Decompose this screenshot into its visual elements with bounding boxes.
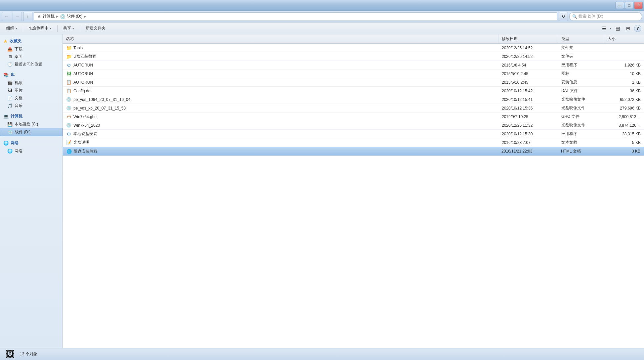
- sidebar-label-pictures: 图片: [15, 88, 22, 93]
- main-layout: ★ 收藏夹 📥 下载 🖥 桌面 🕐 最近访问的位置 📚 库 🎬: [0, 34, 644, 348]
- file-icon: 💿: [66, 123, 71, 128]
- file-row[interactable]: 💿 pe_yqs_xp_20_07_31_15_53 2020/10/12 15…: [63, 104, 644, 112]
- desktop-icon: 🖥: [7, 54, 13, 60]
- sidebar-item-network[interactable]: 🌐 网络: [0, 147, 63, 155]
- file-date-cell: 2015/5/10 2:45: [498, 71, 558, 76]
- file-date-cell: 2020/12/25 14:52: [498, 54, 558, 59]
- col-size[interactable]: 大小: [604, 34, 644, 43]
- file-row[interactable]: 🌐 硬盘安装教程 2016/11/21 22:03 HTML 文档 3 KB: [63, 147, 644, 156]
- documents-icon: 📄: [7, 96, 13, 101]
- window-controls: — □ ✕: [616, 2, 643, 9]
- file-date-cell: 2016/1/8 4:54: [498, 63, 558, 68]
- recent-icon: 🕐: [7, 62, 13, 67]
- file-row[interactable]: 💿 Win7x64_2020 2020/12/25 11:32 光盘映像文件 3…: [63, 121, 644, 130]
- file-icon: 📁: [66, 45, 71, 51]
- favorites-header-label: 收藏夹: [10, 38, 21, 44]
- file-type-cell: 光盘映像文件: [558, 105, 604, 111]
- video-icon: 🎬: [7, 80, 13, 86]
- organize-button[interactable]: 组织 ▾: [3, 24, 21, 33]
- file-date-cell: 2020/10/12 15:36: [498, 106, 558, 111]
- sidebar-label-music: 音乐: [15, 103, 22, 109]
- col-date[interactable]: 修改日期: [498, 34, 558, 43]
- pictures-icon: 🖼: [7, 88, 13, 93]
- file-row[interactable]: 📋 AUTORUN 2015/5/10 2:45 安装信息 1 KB: [63, 78, 644, 87]
- forward-button[interactable]: →: [13, 12, 22, 21]
- file-row[interactable]: 📁 Tools 2020/12/25 14:52 文件夹: [63, 44, 644, 52]
- file-icon: 💿: [66, 97, 71, 102]
- file-row[interactable]: 📋 Config.dat 2020/10/12 15:42 DAT 文件 36 …: [63, 87, 644, 95]
- new-folder-button[interactable]: 新建文件夹: [82, 24, 109, 33]
- close-button[interactable]: ✕: [634, 2, 643, 9]
- sidebar-label-cdrive: 本地磁盘 (C:): [15, 121, 38, 127]
- sidebar-item-video[interactable]: 🎬 视频: [0, 79, 63, 87]
- share-button[interactable]: 共享 ▾: [60, 24, 78, 33]
- col-type[interactable]: 类型: [558, 34, 604, 43]
- computer-header: 💻 计算机: [0, 112, 63, 120]
- maximize-button[interactable]: □: [625, 2, 633, 9]
- file-date-cell: 2020/10/12 15:30: [498, 132, 558, 136]
- file-size-cell: 1 KB: [604, 80, 644, 85]
- file-name-cell: 📋 Config.dat: [63, 88, 498, 94]
- sidebar-item-cdrive[interactable]: 💾 本地磁盘 (C:): [0, 120, 63, 128]
- minimize-button[interactable]: —: [616, 2, 624, 9]
- breadcrumb[interactable]: 🖥 计算机 ▶ 💿 软件 (D:) ▶: [34, 12, 557, 21]
- download-icon: 📥: [7, 47, 13, 52]
- file-row[interactable]: 💿 pe_yqs_1064_20_07_31_16_04 2020/10/12 …: [63, 95, 644, 104]
- address-bar: ← → ↑ 🖥 计算机 ▶ 💿 软件 (D:) ▶ ↻ 🔍 搜索 软件 (D:): [0, 11, 644, 22]
- file-icon: 📝: [66, 140, 71, 145]
- details-view-button[interactable]: ▤: [613, 24, 622, 33]
- sidebar-item-recent[interactable]: 🕐 最近访问的位置: [0, 61, 63, 68]
- search-bar[interactable]: 🔍 搜索 软件 (D:): [569, 12, 642, 21]
- file-date-cell: 2020/10/12 15:42: [498, 89, 558, 93]
- file-name-text: AUTORUN: [73, 80, 93, 85]
- preview-button[interactable]: ⊞: [623, 24, 633, 33]
- file-row[interactable]: 🗃 Win7x64.gho 2019/9/7 19:25 GHO 文件 2,90…: [63, 112, 644, 121]
- file-name-text: 光盘说明: [73, 140, 89, 145]
- file-name-cell: 📁 U盘安装教程: [63, 54, 498, 59]
- sidebar-label-documents: 文档: [15, 95, 22, 101]
- sidebar-item-ddrive[interactable]: 💿 软件 (D:): [0, 128, 63, 136]
- breadcrumb-part2: 软件 (D:): [67, 14, 82, 19]
- help-button[interactable]: ?: [634, 25, 641, 32]
- file-size-cell: 3,874,126 ...: [604, 123, 644, 128]
- sidebar-item-download[interactable]: 📥 下载: [0, 45, 63, 53]
- file-type-cell: 光盘映像文件: [558, 97, 604, 102]
- file-name-text: AUTORUN: [73, 63, 93, 68]
- search-placeholder: 搜索 软件 (D:): [579, 14, 603, 19]
- view-button[interactable]: ☰: [599, 24, 609, 33]
- sidebar-item-desktop[interactable]: 🖥 桌面: [0, 53, 63, 61]
- file-row[interactable]: ⚙ AUTORUN 2016/1/8 4:54 应用程序 1,926 KB: [63, 61, 644, 69]
- file-name-cell: 🖼 AUTORUN: [63, 71, 498, 76]
- file-size-cell: 1,926 KB: [604, 63, 644, 68]
- file-type-cell: 应用程序: [558, 62, 604, 68]
- file-size-cell: 279,696 KB: [604, 106, 644, 111]
- file-row[interactable]: 📁 U盘安装教程 2020/12/25 14:52 文件夹: [63, 52, 644, 61]
- include-library-button[interactable]: 包含到库中 ▾: [25, 24, 55, 33]
- file-row[interactable]: 🖼 AUTORUN 2015/5/10 2:45 图标 10 KB: [63, 69, 644, 78]
- up-button[interactable]: ↑: [23, 12, 32, 21]
- file-row[interactable]: 📝 光盘说明 2016/10/23 7:07 文本文档 5 KB: [63, 138, 644, 147]
- file-type-cell: GHO 文件: [558, 114, 604, 119]
- sidebar-item-documents[interactable]: 📄 文档: [0, 94, 63, 102]
- file-size-cell: 3 KB: [604, 149, 644, 154]
- file-icon: 📋: [66, 88, 71, 94]
- sidebar-label-download: 下载: [15, 46, 22, 52]
- sidebar-item-pictures[interactable]: 🖼 图片: [0, 87, 63, 94]
- file-type-cell: 图标: [558, 71, 604, 76]
- breadcrumb-part1: 计算机: [43, 14, 55, 19]
- file-date-cell: 2016/11/21 22:03: [498, 149, 558, 154]
- file-row[interactable]: ⚙ 本地硬盘安装 2020/10/12 15:30 应用程序 28,315 KB: [63, 130, 644, 138]
- file-type-cell: 文件夹: [558, 45, 604, 51]
- file-name-cell: 🗃 Win7x64.gho: [63, 114, 498, 119]
- file-name-cell: 💿 pe_yqs_xp_20_07_31_15_53: [63, 106, 498, 111]
- file-type-cell: DAT 文件: [558, 88, 604, 94]
- file-name-cell: 📋 AUTORUN: [63, 80, 498, 85]
- col-name[interactable]: 名称: [63, 34, 498, 43]
- file-size-cell: 2,900,813 ...: [604, 114, 644, 119]
- sidebar-item-music[interactable]: 🎵 音乐: [0, 102, 63, 110]
- computer-section: 💻 计算机 💾 本地磁盘 (C:) 💿 软件 (D:): [0, 112, 63, 136]
- file-icon: 🌐: [66, 149, 72, 154]
- back-button[interactable]: ←: [2, 12, 11, 21]
- refresh-button[interactable]: ↻: [559, 12, 568, 21]
- file-size-cell: 5 KB: [604, 140, 644, 145]
